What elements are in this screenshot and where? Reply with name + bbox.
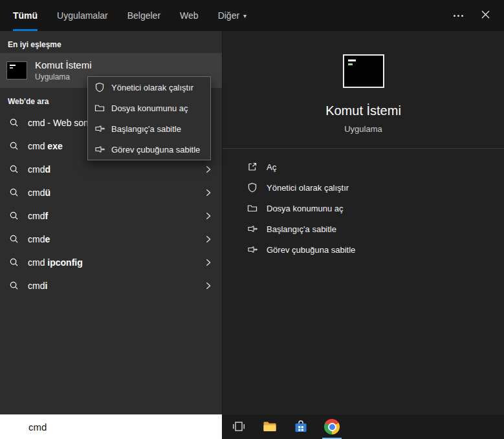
pin-icon (247, 244, 257, 255)
search-icon (9, 211, 19, 221)
tab-label: Diğer (218, 10, 239, 21)
chevron-right-icon[interactable] (204, 258, 213, 267)
suggestion-text: cmdd (28, 164, 50, 175)
search-icon (9, 257, 19, 268)
search-icon (9, 118, 19, 128)
chevron-right-icon[interactable] (204, 165, 213, 174)
tab-apps[interactable]: Uygulamalar (57, 0, 108, 31)
more-options-icon[interactable] (454, 15, 463, 17)
pin-icon (94, 144, 105, 155)
chevron-down-icon: ▾ (243, 12, 247, 19)
suggestion-row[interactable]: cmdd (0, 158, 222, 181)
menu-item-run-as-admin[interactable]: Yönetici olarak çalıştır (88, 77, 210, 98)
action-label: Yönetici olarak çalıştır (267, 183, 349, 193)
tab-all[interactable]: Tümü (13, 0, 38, 31)
suggestion-text: cmdü (28, 187, 50, 198)
suggestion-text: cmdf (28, 211, 48, 221)
folder-location-icon (247, 203, 257, 213)
suggestion-text: cmdi (28, 281, 47, 291)
file-explorer-button[interactable] (257, 414, 283, 439)
preview-subtitle: Uygulama (344, 124, 382, 134)
action-pin-to-start[interactable]: Başlangıç'a sabitle (223, 219, 504, 239)
pin-icon (94, 123, 105, 134)
chevron-right-icon[interactable] (204, 281, 213, 290)
menu-item-label: Başlangıç'a sabitle (111, 124, 181, 134)
action-label: Dosya konumunu aç (267, 204, 344, 213)
tab-label: Belgeler (127, 10, 160, 21)
suggestion-row[interactable]: cmd ipconfig (0, 251, 222, 274)
command-prompt-icon-large (343, 54, 384, 88)
search-header: Tümü Uygulamalar Belgeler Web Diğer ▾ (0, 0, 504, 31)
best-match-title: Komut İstemi (35, 59, 92, 70)
suggestion-text: cmd exe (28, 141, 63, 151)
best-match-text: Komut İstemi Uygulama (35, 59, 92, 81)
tab-more[interactable]: Diğer ▾ (218, 0, 247, 31)
shield-icon (94, 82, 105, 92)
suggestion-text: cmde (28, 234, 50, 244)
chevron-right-icon[interactable] (204, 211, 213, 220)
suggestion-text: cmd ipconfig (28, 257, 83, 268)
search-icon (9, 281, 19, 291)
folder-location-icon (94, 103, 105, 113)
preview-actions: Aç Yönetici olarak çalıştır Dosya konumu… (223, 149, 504, 268)
menu-item-pin-to-taskbar[interactable]: Görev çubuğuna sabitle (88, 139, 210, 160)
store-icon (293, 419, 309, 434)
menu-item-label: Görev çubuğuna sabitle (111, 145, 200, 155)
best-match-section-label: En iyi eşleşme (0, 31, 222, 53)
preview-title: Komut İstemi (325, 103, 401, 118)
shield-icon (247, 182, 257, 193)
pin-icon (247, 224, 257, 234)
action-label: Görev çubuğuna sabitle (267, 245, 355, 255)
tab-label: Tümü (13, 10, 38, 21)
action-label: Aç (267, 162, 276, 172)
suggestion-row[interactable]: cmdi (0, 274, 222, 297)
chevron-right-icon[interactable] (204, 235, 213, 244)
chrome-button[interactable] (319, 414, 345, 439)
action-open-file-location[interactable]: Dosya konumunu aç (223, 198, 504, 219)
menu-item-open-file-location[interactable]: Dosya konumunu aç (88, 98, 210, 118)
suggestion-row[interactable]: cmdü (0, 181, 222, 204)
tab-label: Web (180, 10, 199, 21)
search-flyout: Tümü Uygulamalar Belgeler Web Diğer ▾ En… (0, 0, 504, 439)
action-label: Başlangıç'a sabitle (267, 224, 336, 234)
menu-item-label: Dosya konumunu aç (111, 103, 188, 113)
search-icon (9, 141, 19, 151)
folder-icon (262, 419, 278, 434)
taskbar (222, 414, 504, 439)
tab-web[interactable]: Web (180, 0, 199, 31)
suggestion-text: cmd - Web sonu (28, 118, 94, 128)
suggestion-row[interactable]: cmde (0, 228, 222, 251)
action-run-as-admin[interactable]: Yönetici olarak çalıştır (223, 177, 504, 198)
search-input[interactable] (0, 414, 222, 439)
suggestion-row[interactable]: cmdf (0, 204, 222, 228)
command-prompt-icon (6, 61, 27, 80)
tab-label: Uygulamalar (57, 10, 108, 21)
chrome-icon (324, 419, 340, 434)
search-icon (9, 187, 19, 198)
menu-item-pin-to-start[interactable]: Başlangıç'a sabitle (88, 118, 210, 139)
context-menu: Yönetici olarak çalıştır Dosya konumunu … (87, 76, 211, 160)
menu-item-label: Yönetici olarak çalıştır (111, 83, 193, 92)
open-icon (247, 162, 257, 172)
best-match-subtitle: Uygulama (35, 72, 92, 81)
close-icon[interactable] (481, 10, 490, 21)
preview-panel: Komut İstemi Uygulama Aç Yönetici olarak… (222, 31, 504, 414)
chevron-right-icon[interactable] (204, 188, 213, 197)
microsoft-store-button[interactable] (288, 414, 314, 439)
task-view-button[interactable] (226, 414, 252, 439)
header-actions (454, 10, 504, 21)
filter-tabs: Tümü Uygulamalar Belgeler Web Diğer ▾ (0, 0, 247, 31)
search-icon (9, 234, 19, 244)
search-icon (9, 164, 19, 175)
tab-documents[interactable]: Belgeler (127, 0, 160, 31)
action-pin-to-taskbar[interactable]: Görev çubuğuna sabitle (223, 239, 504, 260)
action-open[interactable]: Aç (223, 156, 504, 177)
